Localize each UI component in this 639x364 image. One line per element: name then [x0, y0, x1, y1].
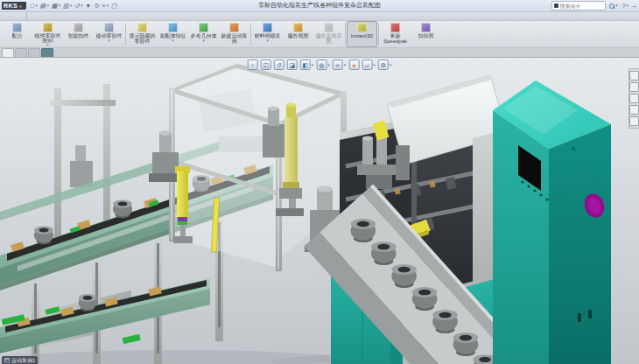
apply-scene-icon[interactable]: ▱ ▾ — [362, 60, 376, 70]
options-icon[interactable]: ≡ ▾ — [101, 1, 109, 10]
command-icon — [293, 23, 303, 32]
dropdown-caret-icon: ▾ — [106, 4, 109, 8]
dropdown-caret-icon: ▾ — [69, 4, 72, 8]
motion-manager-bar[interactable]: ▦ 运动算例1 — [2, 356, 38, 364]
design-library-icon[interactable] — [629, 82, 639, 92]
new-motion-study-button[interactable]: 新建运动算例 — [219, 21, 249, 47]
tab-render-tools[interactable] — [28, 48, 40, 57]
reference-geometry-button[interactable]: 参考几何体 ▾ — [188, 21, 219, 47]
tab-office-products[interactable] — [41, 48, 53, 57]
solidworks-window: RKS ▸ □ ▾ ▤ ▾ ▦ ▾ ▥ ▾ ↺ ▾ — [0, 0, 639, 364]
new-file-icon[interactable]: □ ▾ — [30, 1, 39, 10]
dropdown-caret-icon: ▾ — [58, 4, 60, 8]
command-icon — [421, 23, 431, 32]
command-icon — [390, 23, 400, 32]
dropdown-caret-icon: ▾ — [344, 63, 347, 67]
update-speedpak-button[interactable]: 更新Speedpak — [380, 21, 411, 47]
solidworks-logo[interactable]: RKS ▸ — [2, 2, 26, 10]
assembly-3d-model — [0, 58, 639, 364]
file-menu-arrow-icon: ▸ — [19, 3, 23, 9]
minimize-icon: – — [633, 3, 636, 9]
display-style-icon[interactable]: ◍ ▾ — [316, 60, 330, 70]
assembly-features-button[interactable]: 装配体特征 ▾ — [158, 21, 188, 47]
file-explorer-icon[interactable] — [629, 94, 639, 103]
section-view-icon[interactable]: ◪ — [287, 60, 298, 70]
dropdown-caret-icon: ▾ — [615, 4, 618, 8]
show-hidden-button[interactable]: 显示隐藏的零部件 — [127, 21, 158, 47]
explode-line-sketch-button[interactable]: 爆炸直线草图 — [313, 21, 344, 47]
minimize-button[interactable]: – — [632, 3, 637, 9]
separator — [345, 23, 346, 46]
dropdown-caret-icon: ▾ — [390, 63, 392, 67]
teal-tower — [493, 80, 611, 364]
dropdown-caret-icon: ▾ — [108, 38, 110, 43]
dropdown-caret-icon: ▾ — [266, 38, 269, 43]
save-icon[interactable]: ▦ ▾ — [51, 1, 61, 10]
separator — [378, 23, 379, 46]
instant3d-button[interactable]: Instant3D — [347, 21, 377, 47]
dropdown-caret-icon: ▾ — [312, 63, 314, 67]
view-settings-icon[interactable]: ⚙ ▾ — [378, 60, 392, 70]
command-icon — [74, 23, 83, 32]
command-manager: 配合 线性零部件阵列 ▾ 智能扣件 移动零部件 ▾ 显示隐藏的零部件 装配 — [0, 21, 639, 48]
dropdown-caret-icon: ▾ — [627, 4, 629, 8]
task-pane-strip — [628, 68, 639, 129]
viewport-3d[interactable]: ○ ◱ ↺ ◪ ◧ ▾ ◍ ▾ ∞ — [0, 58, 639, 364]
window-icon[interactable]: ▢ — [110, 1, 118, 10]
linear-pattern-button[interactable]: 线性零部件阵列 ▾ — [32, 21, 63, 47]
appearances-scenes-icon[interactable] — [629, 105, 639, 115]
zoom-fit-icon[interactable]: ○ — [248, 60, 258, 70]
tab-assembly[interactable] — [2, 48, 14, 57]
command-icon — [104, 23, 114, 32]
quick-access-toolbar: □ ▾ ▤ ▾ ▦ ▾ ▥ ▾ ↺ ▾ ▼ ↻ — [30, 1, 118, 10]
rebuild-icon[interactable]: ↻ — [93, 1, 100, 10]
command-icon — [357, 23, 367, 32]
command-icon — [229, 23, 239, 32]
dropdown-caret-icon: ▾ — [46, 43, 49, 47]
headsup-view-toolbar: ○ ◱ ↺ ◪ ◧ ▾ ◍ ▾ ∞ — [243, 59, 397, 71]
edit-appearance-icon[interactable]: ● — [348, 60, 359, 70]
dropdown-caret-icon: ▾ — [46, 4, 49, 8]
previous-view-icon[interactable]: ↺ — [274, 60, 284, 70]
dropdown-caret-icon: ▾ — [81, 4, 83, 8]
zoom-area-icon[interactable]: ◱ — [261, 60, 271, 70]
command-icon — [324, 23, 334, 32]
help-icon: ? — [622, 3, 626, 9]
undo-icon[interactable]: ↺ ▾ — [74, 1, 83, 10]
separator — [26, 13, 27, 19]
custom-properties-icon[interactable] — [629, 116, 639, 126]
view-orientation-icon[interactable]: ◧ ▾ — [300, 60, 314, 70]
take-snapshot-button[interactable]: 拍快照 — [411, 21, 441, 47]
search-icon — [609, 4, 614, 9]
motion-study-tab-label: 运动算例1 — [11, 358, 35, 363]
move-component-button[interactable]: 移动零部件 ▾ — [94, 21, 124, 47]
mate-button[interactable]: 配合 — [2, 21, 32, 47]
search-scope-icon[interactable] — [554, 4, 558, 8]
exploded-view-button[interactable]: 爆炸视图 — [283, 21, 313, 47]
separator — [125, 23, 126, 46]
smart-fasteners-button[interactable]: 智能扣件 — [63, 21, 94, 47]
dropdown-caret-icon: ▾ — [373, 63, 376, 67]
separator — [250, 23, 251, 46]
dropdown-caret-icon: ▾ — [35, 4, 38, 8]
dropdown-caret-icon: ▾ — [172, 38, 174, 43]
assembly-toolbar — [0, 12, 639, 21]
select-arrow-icon[interactable]: ▼ — [84, 1, 92, 10]
open-file-icon[interactable]: ▤ ▾ — [39, 1, 50, 10]
hide-show-items-icon[interactable]: ∞ ▾ — [333, 60, 347, 70]
search-input[interactable] — [560, 4, 604, 9]
search-button[interactable]: ▾ — [608, 4, 619, 9]
bill-of-materials-button[interactable]: 材料明细表 ▾ — [252, 21, 283, 47]
print-icon[interactable]: ▥ ▾ — [62, 1, 73, 10]
logo-text: RKS — [4, 3, 18, 9]
command-icon — [137, 23, 147, 32]
ribbon-tab-row — [0, 48, 639, 58]
dropdown-caret-icon: ▾ — [327, 63, 330, 67]
tab-evaluate[interactable] — [15, 48, 27, 57]
help-button[interactable]: ? ▾ — [621, 3, 629, 9]
solidworks-resources-icon[interactable] — [629, 71, 639, 80]
motion-study-icon: ▦ — [4, 358, 10, 363]
command-icon — [168, 23, 178, 32]
title-bar: RKS ▸ □ ▾ ▤ ▾ ▦ ▾ ▥ ▾ ↺ ▾ — [0, 0, 639, 12]
command-icon — [263, 23, 272, 32]
